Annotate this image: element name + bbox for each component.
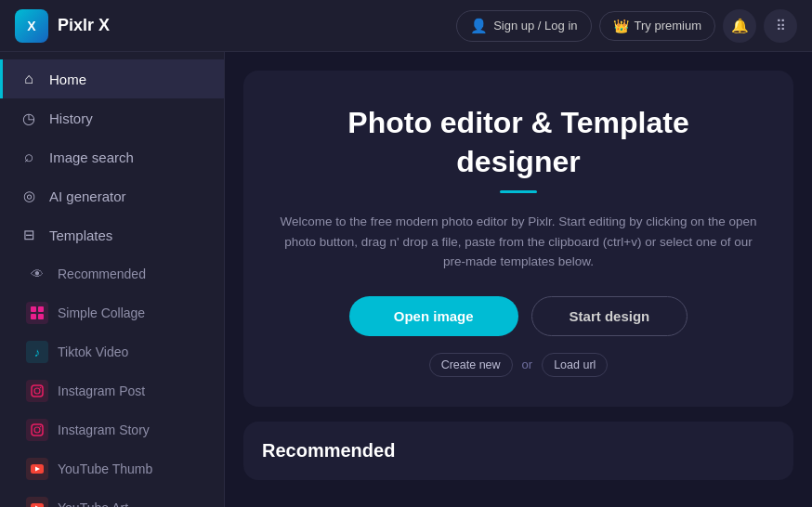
hero-links: Create new or Load url bbox=[273, 353, 764, 377]
sidebar-subitem-instagram-post[interactable]: Instagram Post bbox=[0, 371, 224, 410]
svg-rect-7 bbox=[32, 424, 43, 436]
bell-button[interactable]: 🔔 bbox=[723, 9, 756, 43]
sidebar-subitem-instagram-story[interactable]: Instagram Story bbox=[0, 410, 224, 449]
app-title: Pixlr X bbox=[58, 16, 110, 35]
svg-rect-3 bbox=[38, 314, 44, 319]
signup-button[interactable]: 👤 Sign up / Log in bbox=[456, 10, 591, 42]
hero-underline bbox=[500, 190, 537, 193]
hero-card: Photo editor & Template designer Welcome… bbox=[243, 71, 793, 407]
logo-icon: X bbox=[15, 9, 48, 43]
start-design-button[interactable]: Start design bbox=[531, 296, 688, 336]
sidebar-subitem-recommended[interactable]: 👁 Recommended bbox=[0, 254, 224, 293]
grid-icon: ⠿ bbox=[776, 18, 786, 34]
open-image-button[interactable]: Open image bbox=[349, 296, 518, 336]
sidebar-subitem-youtube-art[interactable]: YouTube Art bbox=[0, 488, 224, 507]
grid-button[interactable]: ⠿ bbox=[764, 9, 797, 43]
main-layout: Home History Image search AI generator T… bbox=[0, 52, 812, 507]
ai-icon bbox=[20, 187, 38, 205]
hero-description: Welcome to the free modern photo editor … bbox=[277, 212, 760, 272]
home-icon bbox=[20, 70, 38, 88]
sidebar-item-templates[interactable]: Templates bbox=[0, 215, 224, 254]
user-icon: 👤 bbox=[470, 18, 488, 34]
sidebar-subitem-youtube-thumb[interactable]: YouTube Thumb bbox=[0, 449, 224, 488]
tiktok-icon: ♪ bbox=[26, 341, 48, 363]
sidebar-item-ai-generator[interactable]: AI generator bbox=[0, 176, 224, 215]
search-icon bbox=[20, 148, 38, 166]
collage-icon bbox=[26, 302, 48, 324]
svg-rect-2 bbox=[31, 314, 36, 319]
svg-rect-4 bbox=[32, 385, 43, 396]
instagram-story-icon bbox=[26, 419, 48, 441]
sidebar-subitem-tiktok[interactable]: ♪ Tiktok Video bbox=[0, 332, 224, 371]
main-content: Photo editor & Template designer Welcome… bbox=[225, 52, 812, 507]
section-title: Recommended bbox=[262, 440, 775, 462]
svg-rect-0 bbox=[31, 306, 36, 312]
history-icon bbox=[20, 109, 38, 127]
sidebar-subitem-simple-collage[interactable]: Simple Collage bbox=[0, 293, 224, 332]
svg-rect-12 bbox=[31, 503, 44, 507]
sidebar-item-history[interactable]: History bbox=[0, 98, 224, 137]
sidebar: Home History Image search AI generator T… bbox=[0, 52, 225, 507]
templates-icon bbox=[20, 226, 38, 244]
load-url-link[interactable]: Load url bbox=[542, 353, 608, 377]
create-new-link[interactable]: Create new bbox=[429, 353, 513, 377]
crown-icon: 👑 bbox=[613, 19, 629, 33]
youtube-thumb-icon bbox=[26, 458, 48, 480]
svg-point-8 bbox=[34, 427, 40, 433]
svg-point-5 bbox=[34, 388, 40, 394]
hero-buttons: Open image Start design bbox=[273, 296, 764, 336]
youtube-art-icon bbox=[26, 497, 48, 507]
section-card: Recommended bbox=[243, 422, 793, 480]
svg-point-9 bbox=[40, 426, 42, 428]
svg-rect-1 bbox=[38, 306, 44, 312]
premium-button[interactable]: 👑 Try premium bbox=[599, 11, 715, 41]
logo-area: X Pixlr X bbox=[15, 9, 456, 43]
app-header: X Pixlr X 👤 Sign up / Log in 👑 Try premi… bbox=[0, 0, 812, 52]
sidebar-item-image-search[interactable]: Image search bbox=[0, 137, 224, 176]
bell-icon: 🔔 bbox=[731, 18, 749, 34]
svg-point-6 bbox=[40, 387, 42, 389]
header-actions: 👤 Sign up / Log in 👑 Try premium 🔔 ⠿ bbox=[456, 9, 797, 43]
instagram-post-icon bbox=[26, 380, 48, 402]
sidebar-item-home[interactable]: Home bbox=[0, 59, 224, 98]
eye-icon: 👁 bbox=[26, 263, 48, 285]
or-text: or bbox=[522, 358, 533, 371]
hero-title: Photo editor & Template designer bbox=[273, 104, 764, 181]
